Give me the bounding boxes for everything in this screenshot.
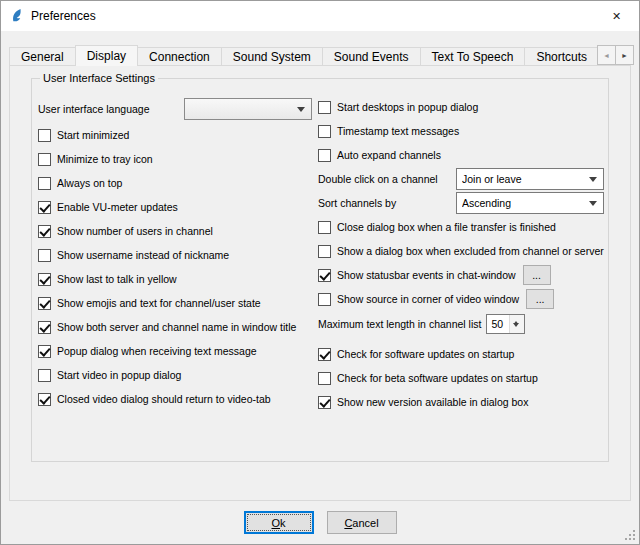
checkbox-box[interactable]: [38, 129, 51, 142]
tab-label: Connection: [149, 50, 210, 64]
max-text-length-label: Maximum text length in channel list: [318, 318, 481, 330]
checkbox-box[interactable]: [38, 393, 51, 406]
language-row: User interface language: [38, 95, 312, 123]
checkbox-enable-vu-meter-updates[interactable]: Enable VU-meter updates: [38, 195, 312, 219]
tab-label: General: [21, 50, 64, 64]
checkbox-show-number-of-users[interactable]: Show number of users in channel: [38, 219, 312, 243]
checkbox-start-desktops-popup[interactable]: Start desktops in popup dialog: [318, 95, 604, 119]
sort-channels-combobox[interactable]: Ascending: [456, 192, 604, 214]
checkbox-new-version-dialog[interactable]: Show new version available in dialog box: [318, 390, 604, 414]
checkbox-box[interactable]: [318, 396, 331, 409]
tab-shortcuts[interactable]: Shortcuts: [524, 47, 599, 66]
chevron-down-icon: [297, 107, 305, 116]
checkbox-box[interactable]: [38, 297, 51, 310]
tab-connection[interactable]: Connection: [137, 47, 222, 66]
ok-label: Ok: [271, 517, 285, 529]
double-click-label: Double click on a channel: [318, 173, 438, 185]
close-button[interactable]: ✕: [594, 1, 639, 31]
checkbox-label: Close dialog box when a file transfer is…: [337, 221, 556, 233]
checkbox-label: Show number of users in channel: [57, 225, 213, 237]
checkbox-label: Always on top: [57, 177, 122, 189]
checkbox-label: Closed video dialog should return to vid…: [57, 393, 271, 405]
checkbox-statusbar-events[interactable]: Show statusbar events in chat-window: [318, 269, 516, 282]
checkbox-box[interactable]: [318, 101, 331, 114]
preferences-window: Preferences ✕ General Display Connection…: [0, 0, 640, 545]
checkbox-label: Minimize to tray icon: [57, 153, 153, 165]
source-config-button[interactable]: ...: [526, 289, 554, 309]
checkbox-box[interactable]: [38, 225, 51, 238]
statusbar-events-row: Show statusbar events in chat-window ...: [318, 263, 604, 287]
checkbox-box[interactable]: [318, 149, 331, 162]
checkbox-close-filetransfer-dialog[interactable]: Close dialog box when a file transfer is…: [318, 215, 604, 239]
checkbox-start-minimized[interactable]: Start minimized: [38, 123, 312, 147]
ellipsis-label: ...: [536, 293, 545, 305]
checkbox-minimize-to-tray-icon[interactable]: Minimize to tray icon: [38, 147, 312, 171]
tab-scroll-left-button[interactable]: ◄: [597, 45, 616, 65]
spinner-buttons: [509, 315, 524, 333]
sort-channels-row: Sort channels by Ascending: [318, 191, 604, 215]
checkbox-timestamp-messages[interactable]: Timestamp text messages: [318, 119, 604, 143]
right-arrow-icon: ►: [621, 52, 628, 59]
checkbox-box[interactable]: [318, 269, 331, 282]
checkbox-box[interactable]: [38, 345, 51, 358]
video-source-row: Show source in corner of video window ..…: [318, 287, 604, 311]
checkbox-label: Start video in popup dialog: [57, 369, 181, 381]
checkbox-show-last-talk-yellow[interactable]: Show last to talk in yellow: [38, 267, 312, 291]
right-column: Start desktops in popup dialog Timestamp…: [312, 95, 604, 414]
checkbox-box[interactable]: [38, 273, 51, 286]
tab-sound-system[interactable]: Sound System: [221, 47, 323, 66]
ok-button[interactable]: Ok: [244, 511, 314, 534]
checkbox-video-source-corner[interactable]: Show source in corner of video window: [318, 293, 519, 306]
tab-label: Text To Speech: [432, 50, 514, 64]
cancel-label: Cancel: [344, 517, 378, 529]
spinner-value[interactable]: 50: [487, 315, 509, 333]
checkbox-beta-updates[interactable]: Check for beta software updates on start…: [318, 366, 604, 390]
dialog-buttons: Ok Cancel: [1, 511, 639, 534]
ellipsis-label: ...: [532, 269, 541, 281]
checkbox-label: Show both server and channel name in win…: [57, 321, 296, 333]
checkbox-label: Show statusbar events in chat-window: [337, 269, 516, 281]
checkbox-show-emojis-state[interactable]: Show emojis and text for channel/user st…: [38, 291, 312, 315]
tab-scroll-right-button[interactable]: ►: [615, 45, 634, 65]
checkbox-popup-dialog-text-message[interactable]: Popup dialog when receiving text message: [38, 339, 312, 363]
checkbox-box[interactable]: [38, 369, 51, 382]
checkbox-box[interactable]: [318, 245, 331, 258]
tab-general[interactable]: General: [9, 47, 76, 66]
checkbox-box[interactable]: [318, 372, 331, 385]
cancel-button[interactable]: Cancel: [327, 511, 397, 534]
tab-label: Shortcuts: [536, 50, 587, 64]
left-column: User interface language Start minimized …: [38, 95, 312, 414]
spin-down-icon[interactable]: [510, 324, 524, 333]
checkbox-auto-expand-channels[interactable]: Auto expand channels: [318, 143, 604, 167]
checkbox-box[interactable]: [38, 321, 51, 334]
checkbox-box[interactable]: [38, 177, 51, 190]
checkbox-show-username-instead-nickname[interactable]: Show username instead of nickname: [38, 243, 312, 267]
checkbox-label: Popup dialog when receiving text message: [57, 345, 257, 357]
checkbox-software-updates[interactable]: Check for software updates on startup: [318, 342, 604, 366]
checkbox-box[interactable]: [38, 249, 51, 262]
checkbox-label: Check for beta software updates on start…: [337, 372, 538, 384]
checkbox-closed-video-return-tab[interactable]: Closed video dialog should return to vid…: [38, 387, 312, 411]
statusbar-config-button[interactable]: ...: [523, 265, 551, 285]
checkbox-box[interactable]: [318, 348, 331, 361]
checkbox-excluded-dialog[interactable]: Show a dialog box when excluded from cha…: [318, 239, 604, 263]
double-click-combobox[interactable]: Join or leave: [456, 168, 604, 190]
checkbox-box[interactable]: [318, 293, 331, 306]
titlebar: Preferences ✕: [1, 1, 639, 31]
tab-scroll-control: ◄ ►: [598, 45, 634, 65]
checkbox-box[interactable]: [318, 125, 331, 138]
checkbox-label: Enable VU-meter updates: [57, 201, 178, 213]
chevron-down-icon: [589, 201, 597, 210]
checkbox-start-video-popup[interactable]: Start video in popup dialog: [38, 363, 312, 387]
checkbox-always-on-top[interactable]: Always on top: [38, 171, 312, 195]
tab-text-to-speech[interactable]: Text To Speech: [420, 47, 526, 66]
resize-grip[interactable]: [623, 528, 636, 541]
language-combobox[interactable]: [184, 98, 312, 120]
checkbox-box[interactable]: [318, 221, 331, 234]
tab-display[interactable]: Display: [75, 45, 138, 66]
checkbox-server-channel-in-window-title[interactable]: Show both server and channel name in win…: [38, 315, 312, 339]
checkbox-box[interactable]: [38, 201, 51, 214]
checkbox-box[interactable]: [38, 153, 51, 166]
tab-sound-events[interactable]: Sound Events: [322, 47, 421, 66]
max-text-length-spinner[interactable]: 50: [486, 314, 525, 334]
